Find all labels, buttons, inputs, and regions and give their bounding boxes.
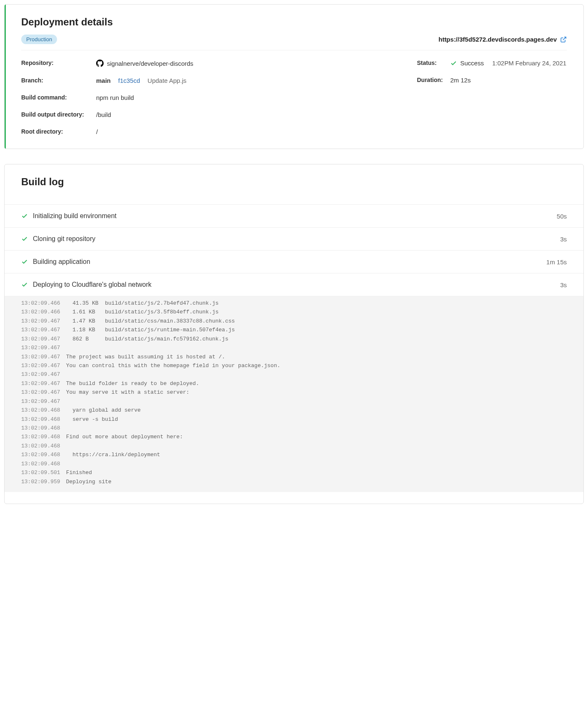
log-line: 13:02:09.468Find out more about deployme…: [21, 432, 567, 441]
log-message: Find out more about deployment here:: [66, 432, 183, 441]
log-message: You may serve it with a static server:: [66, 388, 189, 397]
log-line: 13:02:09.468: [21, 460, 567, 468]
log-timestamp: 13:02:09.467: [21, 370, 60, 379]
log-message: yarn global add serve: [66, 406, 141, 415]
root-dir-label: Root directory:: [21, 128, 96, 135]
build-step-duration: 1m 15s: [546, 258, 567, 266]
log-line: 13:02:09.468: [21, 424, 567, 432]
info-left-column: Repository: signalnerve/developer-discor…: [21, 60, 400, 135]
duration-label: Duration:: [417, 77, 450, 84]
log-line: 13:02:09.467: [21, 370, 567, 379]
build-step-duration: 50s: [557, 213, 567, 220]
log-timestamp: 13:02:09.466: [21, 299, 60, 308]
build-step-row[interactable]: Initializing build environment50s: [5, 204, 583, 228]
log-timestamp: 13:02:09.467: [21, 335, 60, 343]
build-output-label: Build output directory:: [21, 111, 96, 118]
status-label: Status:: [417, 60, 450, 67]
environment-badge: Production: [21, 35, 57, 44]
log-message: Finished: [66, 468, 92, 477]
log-line: 13:02:09.467 1.18 KB build/static/js/run…: [21, 325, 567, 334]
build-step-label: Deploying to Cloudflare's global network: [33, 281, 151, 288]
log-line: 13:02:09.468: [21, 442, 567, 450]
log-line: 13:02:09.466 1.61 KB build/static/js/3.5…: [21, 308, 567, 316]
branch-value: main f1c35cd Update App.js: [96, 77, 400, 84]
build-step-row[interactable]: Cloning git repository3s: [5, 228, 583, 251]
deployment-url-link[interactable]: https://3f5d5272.devdiscords.pages.dev: [439, 36, 567, 43]
log-message: You can control this with the homepage f…: [66, 361, 280, 370]
repository-name: signalnerve/developer-discords: [107, 60, 194, 67]
log-timestamp: 13:02:09.467: [21, 353, 60, 361]
check-icon: [21, 236, 28, 242]
branch-name: main: [96, 77, 111, 84]
github-icon: [96, 60, 104, 67]
details-header-row: Production https://3f5d5272.devdiscords.…: [21, 35, 567, 50]
log-timestamp: 13:02:09.468: [21, 450, 60, 459]
log-message: 862 B build/static/js/main.fc579162.chun…: [66, 335, 228, 343]
log-timestamp: 13:02:09.468: [21, 424, 60, 432]
log-line: 13:02:09.468 yarn global add serve: [21, 406, 567, 415]
log-message: 41.35 KB build/static/js/2.7b4efd47.chun…: [66, 299, 219, 308]
log-message: The build folder is ready to be deployed…: [66, 379, 199, 388]
log-line: 13:02:09.467The project was built assumi…: [21, 353, 567, 361]
log-message: 1.61 KB build/static/js/3.5f8b4eff.chunk…: [66, 308, 219, 316]
log-timestamp: 13:02:09.467: [21, 361, 60, 370]
log-timestamp: 13:02:09.467: [21, 397, 60, 406]
build-log-output[interactable]: 13:02:09.457File sizes after gzip:13:02:…: [5, 296, 583, 492]
status-time: 1:02PM February 24, 2021: [492, 60, 566, 67]
log-timestamp: 13:02:09.466: [21, 308, 60, 316]
log-timestamp: 13:02:09.467: [21, 317, 60, 325]
log-message: serve -s build: [66, 415, 118, 424]
build-step-row[interactable]: Deploying to Cloudflare's global network…: [5, 273, 583, 296]
log-line: 13:02:09.466 41.35 KB build/static/js/2.…: [21, 299, 567, 308]
deployment-details-card: Deployment details Production https://3f…: [4, 4, 584, 149]
build-log-title: Build log: [5, 176, 583, 188]
build-step-duration: 3s: [560, 281, 567, 288]
log-timestamp: 13:02:09.467: [21, 325, 60, 334]
repository-label: Repository:: [21, 60, 96, 67]
check-icon: [21, 213, 28, 219]
log-message: Deploying site: [66, 477, 112, 486]
log-line: 13:02:09.501Finished: [21, 468, 567, 477]
log-timestamp: 13:02:09.467: [21, 343, 60, 352]
commit-hash-link[interactable]: f1c35cd: [118, 77, 140, 84]
build-output-value: /build: [96, 111, 400, 118]
log-timestamp: 13:02:09.959: [21, 477, 60, 486]
build-step-label: Building application: [33, 258, 90, 266]
root-dir-value: /: [96, 128, 400, 135]
log-message: https://cra.link/deployment: [66, 450, 160, 459]
check-icon: [21, 281, 28, 288]
log-message: The project was built assuming it is hos…: [66, 353, 225, 361]
status-text: Success: [460, 60, 484, 67]
log-timestamp: 13:02:09.468: [21, 432, 60, 441]
log-line: 13:02:09.468 serve -s build: [21, 415, 567, 424]
status-value-row: Success 1:02PM February 24, 2021: [450, 60, 567, 67]
build-steps-list: Initializing build environment50sCloning…: [5, 204, 583, 296]
log-line: 13:02:09.467You may serve it with a stat…: [21, 388, 567, 397]
branch-label: Branch:: [21, 77, 96, 84]
repository-value: signalnerve/developer-discords: [96, 60, 400, 67]
external-link-icon: [560, 36, 567, 43]
log-line: 13:02:09.467The build folder is ready to…: [21, 379, 567, 388]
build-command-value: npm run build: [96, 94, 400, 101]
log-line: 13:02:09.467: [21, 343, 567, 352]
log-message: 1.47 KB build/static/css/main.38337c88.c…: [66, 317, 235, 325]
build-step-left: Initializing build environment: [21, 212, 117, 220]
log-line: 13:02:09.467: [21, 397, 567, 406]
build-step-label: Cloning git repository: [33, 235, 95, 243]
log-line: 13:02:09.467You can control this with th…: [21, 361, 567, 370]
build-step-duration: 3s: [560, 236, 567, 243]
info-right-column: Status: Success 1:02PM February 24, 2021…: [417, 60, 567, 135]
check-icon: [21, 258, 28, 265]
info-grid: Repository: signalnerve/developer-discor…: [21, 60, 567, 135]
log-message: 1.18 KB build/static/js/runtime-main.507…: [66, 325, 235, 334]
check-icon: [450, 60, 457, 67]
log-timestamp: 13:02:09.468: [21, 442, 60, 450]
log-timestamp: 13:02:09.468: [21, 415, 60, 424]
build-step-row[interactable]: Building application1m 15s: [5, 251, 583, 273]
details-title: Deployment details: [21, 16, 567, 28]
build-step-label: Initializing build environment: [33, 212, 117, 220]
build-step-left: Cloning git repository: [21, 235, 95, 243]
build-command-label: Build command:: [21, 94, 96, 101]
log-timestamp: 13:02:09.501: [21, 468, 60, 477]
deployment-url-text: https://3f5d5272.devdiscords.pages.dev: [439, 36, 557, 43]
